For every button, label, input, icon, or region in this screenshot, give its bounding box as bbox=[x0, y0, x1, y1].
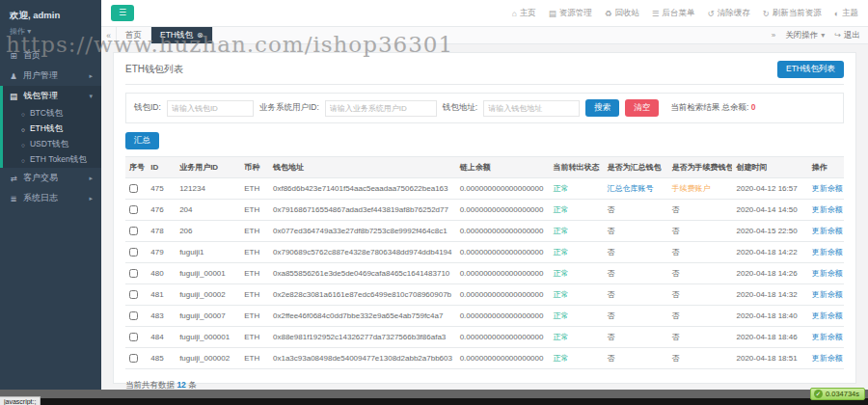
tab-scroll-left-icon[interactable]: « bbox=[101, 27, 117, 43]
chevron-down-icon: ▾ bbox=[821, 31, 825, 40]
sidebar-item-btc-wallet[interactable]: ○ BTC钱包 bbox=[3, 106, 101, 122]
row-checkbox[interactable] bbox=[129, 290, 138, 299]
cell-balance: 0.000000000000000000 bbox=[456, 221, 550, 242]
load-time-badge: ✓ 0.034734s bbox=[810, 388, 865, 400]
sidebar-item-label: 系统日志 bbox=[23, 192, 58, 204]
cell-transfer-status: 正常 bbox=[550, 327, 604, 348]
footer-unit: 条 bbox=[188, 380, 197, 390]
row-checkbox[interactable] bbox=[129, 184, 138, 193]
nav-label: 回收站 bbox=[614, 8, 639, 19]
summary-button[interactable]: 汇总 bbox=[125, 132, 159, 149]
cell-transfer-status: 正常 bbox=[550, 242, 604, 263]
tab-scroll-right-icon[interactable]: » bbox=[772, 31, 775, 40]
cell-coin: ETH bbox=[240, 178, 269, 200]
update-balance-link[interactable]: 更新余额 bbox=[812, 311, 843, 320]
nav-resources[interactable]: ▤ 资源管理 bbox=[549, 8, 592, 19]
cell-balance: 0.000000000000000000 bbox=[456, 242, 550, 263]
load-time-value: 0.034734s bbox=[826, 390, 859, 398]
col-is-summary: 是否为汇总钱包 bbox=[603, 157, 667, 178]
sidebar-item-logs[interactable]: ≣ 系统日志 ▸ bbox=[0, 188, 101, 208]
cell-is-fee: 否 bbox=[667, 221, 732, 242]
chevron-down-icon: ▾ bbox=[27, 27, 31, 36]
col-address: 钱包地址 bbox=[269, 157, 456, 178]
update-balance-link[interactable]: 更新余额 bbox=[812, 205, 843, 214]
update-balance-link[interactable]: 更新余额 bbox=[812, 290, 843, 299]
menu-icon: ☰ bbox=[652, 9, 660, 18]
nav-clear-cache[interactable]: ↺ 清除缓存 bbox=[708, 8, 750, 19]
cell-transfer-status: 正常 bbox=[550, 178, 604, 200]
tab-bar: « 首页 ETH钱包 ⊗ » 关闭操作 ▾ ↪ 退出 bbox=[101, 27, 868, 44]
eth-wallet-list-button[interactable]: ETH钱包列表 bbox=[777, 61, 844, 78]
sidebar-item-eth-token-wallet[interactable]: ○ ETH Token钱包 bbox=[3, 152, 101, 168]
nav-label: 主题 bbox=[842, 8, 858, 19]
close-icon[interactable]: ⊗ bbox=[197, 31, 203, 40]
nav-label: 主页 bbox=[520, 8, 536, 19]
nav-refresh-resources[interactable]: ↻ 刷新当前资源 bbox=[763, 8, 822, 19]
cell-is-summary: 否 bbox=[603, 200, 667, 221]
logout-button[interactable]: ↪ 退出 bbox=[834, 30, 860, 41]
sidebar-item-eth-wallet[interactable]: ○ ETH钱包 bbox=[3, 122, 101, 137]
nav-home[interactable]: ⌂ 主页 bbox=[512, 8, 536, 19]
clear-button[interactable]: 清空 bbox=[625, 99, 659, 117]
cell-balance: 0.000000000000000000 bbox=[456, 263, 550, 284]
row-checkbox[interactable] bbox=[129, 333, 138, 341]
cell-is-fee: 否 bbox=[667, 348, 732, 369]
update-balance-link[interactable]: 更新余额 bbox=[812, 354, 843, 363]
cell-created: 2020-04-18 14:26 bbox=[732, 263, 807, 284]
app-window: https://www.huzhan.com/ishop36301 欢迎, ad… bbox=[0, 0, 868, 405]
row-checkbox[interactable] bbox=[129, 354, 138, 363]
update-balance-link[interactable]: 更新余额 bbox=[812, 184, 843, 193]
transactions-icon: ⇄ bbox=[9, 174, 18, 183]
sidebar-item-trades[interactable]: ⇄ 客户交易 ▸ bbox=[0, 168, 101, 188]
wallet-address-label: 钱包地址: bbox=[443, 102, 477, 114]
submenu-label: ETH钱包 bbox=[30, 123, 63, 135]
update-balance-link[interactable]: 更新余额 bbox=[812, 227, 843, 235]
update-balance-link[interactable]: 更新余额 bbox=[812, 248, 843, 256]
nav-admin-menu[interactable]: ☰ 后台菜单 bbox=[652, 8, 695, 19]
home-icon: ⌂ bbox=[512, 9, 517, 18]
bottom-strip: javascript:; bbox=[0, 390, 868, 405]
nav-recycle-bin[interactable]: ♻ 回收站 bbox=[605, 8, 639, 19]
nav-theme[interactable]: ◐ 主题 bbox=[834, 8, 858, 19]
update-balance-link[interactable]: 更新余额 bbox=[812, 333, 843, 341]
cell-created: 2020-04-18 18:46 bbox=[732, 327, 807, 348]
update-balance-link[interactable]: 更新余额 bbox=[812, 269, 843, 278]
cell-is-summary: 否 bbox=[603, 306, 667, 327]
cell-is-summary: 否 bbox=[603, 221, 667, 242]
result-label: 当前检索结果 总余额: bbox=[670, 102, 748, 112]
filter-bar: 钱包ID: 业务系统用户ID: 钱包地址: 搜索 清空 当前检索结果 总余额: … bbox=[125, 93, 844, 123]
row-checkbox[interactable] bbox=[129, 227, 138, 235]
cell-is-summary: 汇总仓库账号 bbox=[603, 178, 667, 200]
sidebar-item-users[interactable]: ♟ 用户管理 ▸ bbox=[0, 66, 101, 86]
cell-biz-user: 121234 bbox=[176, 178, 240, 200]
sidebar-item-usdt-wallet[interactable]: ○ USDT钱包 bbox=[3, 137, 101, 152]
tab-eth-wallet[interactable]: ETH钱包 ⊗ bbox=[151, 27, 213, 43]
biz-user-id-input[interactable] bbox=[325, 100, 437, 117]
cell-biz-user: fuguiji1 bbox=[176, 242, 240, 263]
sidebar-item-home[interactable]: ⊞ 首页 bbox=[0, 45, 101, 66]
close-operations-dropdown[interactable]: 关闭操作 ▾ bbox=[785, 30, 825, 41]
sidebar-toggle-button[interactable]: ☰ bbox=[111, 5, 134, 21]
cell-coin: ETH bbox=[240, 242, 269, 263]
cell-created: 2020-04-15 22:50 bbox=[732, 221, 807, 242]
tab-home[interactable]: 首页 bbox=[117, 27, 151, 43]
resources-icon: ▤ bbox=[549, 9, 556, 18]
wallet-submenu: ○ BTC钱包 ○ ETH钱包 ○ USDT钱包 ○ bbox=[3, 106, 101, 168]
row-checkbox[interactable] bbox=[129, 248, 138, 256]
row-checkbox[interactable] bbox=[129, 205, 138, 214]
cell-biz-user: 206 bbox=[176, 221, 240, 242]
row-checkbox[interactable] bbox=[129, 311, 138, 320]
col-coin: 币种 bbox=[240, 157, 269, 178]
search-button[interactable]: 搜索 bbox=[585, 99, 619, 117]
wallet-id-input[interactable] bbox=[167, 100, 254, 117]
cell-address: 0x2e828c3081a6161e87edc6499e810c70896090… bbox=[269, 284, 456, 306]
cell-coin: ETH bbox=[240, 200, 269, 221]
cell-coin: ETH bbox=[240, 284, 269, 306]
user-action-dropdown[interactable]: 操作 ▾ bbox=[10, 26, 92, 37]
table-row: 483 fuguiji_00007 ETH 0x2ffee46f0684c0dd… bbox=[125, 306, 844, 327]
row-checkbox[interactable] bbox=[129, 269, 138, 278]
wallet-address-input[interactable] bbox=[483, 100, 580, 117]
cell-created: 2020-04-12 16:57 bbox=[732, 178, 807, 200]
sidebar-item-wallets[interactable]: ▤ 钱包管理 ▾ bbox=[3, 86, 101, 106]
clear-cache-icon: ↺ bbox=[708, 9, 715, 18]
